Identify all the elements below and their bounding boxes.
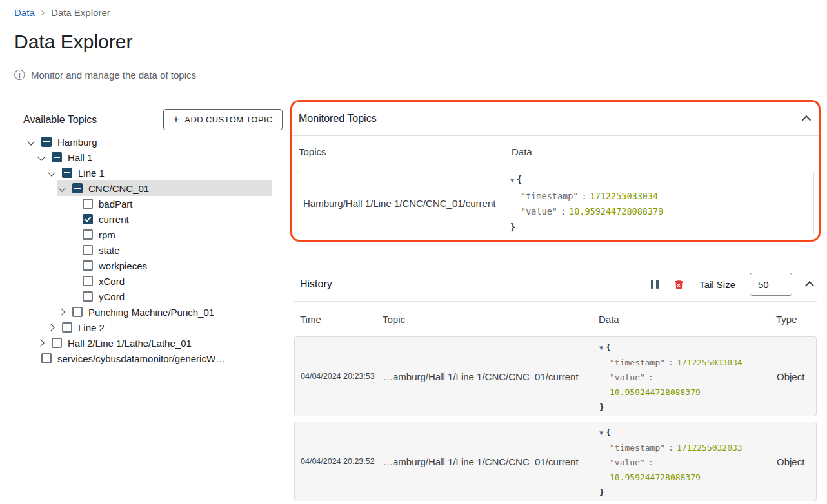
tree-item-services-cybusdatamonitor[interactable]: services/cybusdatamonitor/genericW… (26, 351, 272, 366)
tree-item-rpm[interactable]: rpm (67, 227, 272, 242)
json-key: "timestamp" (610, 443, 665, 452)
json-value: 10.959244728088379 (569, 206, 663, 217)
checkbox-indeterminate[interactable] (62, 168, 72, 178)
tree-item-badpart[interactable]: badPart (67, 196, 272, 211)
tree-item-line-2[interactable]: Line 2 (46, 320, 272, 335)
chevron-right-icon[interactable] (57, 307, 67, 317)
chevron-right-icon[interactable] (46, 322, 57, 333)
checkbox-checked[interactable] (83, 214, 93, 224)
tree-label: Hamburg (57, 137, 97, 148)
json-viewer: ▼{ "timestamp":1712255032033 "value":10.… (599, 422, 777, 499)
history-data: ▼{ "timestamp":1712255032033 "value":10.… (599, 422, 777, 499)
checkbox-unchecked[interactable] (41, 353, 52, 363)
checkbox-unchecked[interactable] (83, 229, 93, 240)
column-header-data: Data (512, 146, 819, 157)
checkbox-unchecked[interactable] (72, 307, 83, 317)
history-controls: Tail Size (651, 273, 813, 296)
checkbox-indeterminate[interactable] (52, 152, 62, 162)
checkbox-indeterminate[interactable] (72, 183, 83, 193)
monitored-topic-row: Hamburg/Hall 1/Line 1/CNC/CNC_01/current… (297, 171, 814, 235)
json-close-line: } (510, 219, 813, 235)
json-open-brace: { (606, 427, 611, 437)
collapse-chevron-up-icon[interactable] (802, 115, 811, 124)
tree-item-current[interactable]: current (67, 211, 272, 227)
checkbox-unchecked[interactable] (83, 199, 93, 209)
add-custom-topic-label: ADD CUSTOM TOPIC (184, 115, 272, 124)
tree-item-ycord[interactable]: yCord (67, 289, 272, 304)
chevron-down-icon[interactable] (26, 137, 36, 147)
tree-label: rpm (99, 229, 115, 240)
column-header-type: Type (776, 314, 817, 325)
json-colon: : (668, 443, 673, 452)
json-key: "timestamp" (521, 191, 578, 201)
collapse-triangle-icon[interactable]: ▼ (599, 429, 603, 436)
column-header-time: Time (300, 314, 383, 325)
tree-label: CNC/CNC_01 (88, 183, 149, 194)
history-topic: …amburg/Hall 1/Line 1/CNC/CNC_01/current (383, 371, 599, 382)
plus-icon: + (173, 113, 179, 126)
checkbox-unchecked[interactable] (83, 276, 93, 286)
chevron-down-icon[interactable] (57, 183, 67, 193)
history-data: ▼{ "timestamp":1712255033034 "value":10.… (599, 337, 777, 414)
add-custom-topic-button[interactable]: + ADD CUSTOM TOPIC (163, 109, 283, 130)
tree-item-hall-2-lathe-01[interactable]: Hall 2/Line 1/Lathe/Lathe_01 (36, 335, 272, 351)
chevron-spacer (26, 353, 36, 363)
tree-label: Line 1 (78, 168, 105, 179)
annotation-highlight-monitored-topics: Monitored Topics Topics Data Hamburg/Hal… (290, 100, 821, 242)
json-entry: "value":10.959244728088379 (599, 455, 777, 485)
history-row: 04/04/2024 20:23:53 …amburg/Hall 1/Line … (294, 336, 817, 416)
tree-label: Hall 2/Line 1/Lathe/Lathe_01 (68, 338, 192, 349)
history-time: 04/04/2024 20:23:52 (301, 457, 383, 466)
history-header: History Tail Size (294, 267, 817, 301)
checkbox-unchecked[interactable] (52, 338, 62, 348)
json-key: "value" (610, 373, 645, 382)
column-header-data: Data (599, 314, 776, 325)
json-open-line: ▼{ (510, 171, 813, 188)
breadcrumb-data-link[interactable]: Data (14, 7, 35, 18)
chevron-spacer (67, 214, 77, 224)
checkbox-unchecked[interactable] (62, 322, 72, 333)
tree-item-punching-machine-punch-01[interactable]: Punching Machine/Punch_01 (57, 304, 272, 320)
json-value: 1712255033034 (590, 191, 659, 201)
chevron-spacer (67, 276, 77, 286)
column-header-topic: Topic (383, 314, 599, 325)
json-value: 10.959244728088379 (610, 385, 777, 400)
tree-item-xcord[interactable]: xCord (67, 273, 272, 289)
tree-item-cnc-cnc-01[interactable]: CNC/CNC_01 (57, 180, 272, 196)
tree-item-hall-1[interactable]: Hall 1 (36, 150, 272, 165)
json-key: "value" (521, 206, 557, 217)
trash-icon[interactable] (673, 278, 685, 291)
tree-item-state[interactable]: state (67, 242, 272, 258)
json-open-line: ▼{ (599, 340, 777, 355)
tree-label: Punching Machine/Punch_01 (88, 307, 214, 318)
collapse-chevron-up-icon[interactable] (805, 281, 814, 290)
json-entry: "timestamp":1712255033034 (510, 188, 813, 204)
tree-label: Line 2 (78, 322, 105, 333)
info-icon: ⓘ (14, 70, 25, 81)
chevron-spacer (67, 229, 77, 240)
monitored-topics-header: Monitored Topics (292, 102, 819, 135)
page-subtitle: ⓘ Monitor and manage the data of topics (14, 70, 196, 81)
history-type: Object (777, 371, 816, 382)
monitored-topics-title: Monitored Topics (299, 113, 803, 124)
chevron-right-icon[interactable] (36, 338, 46, 348)
pause-icon[interactable] (651, 280, 659, 289)
collapse-triangle-icon[interactable]: ▼ (599, 344, 603, 351)
json-close-line: } (599, 400, 777, 414)
tree-item-hamburg[interactable]: Hamburg (26, 134, 272, 150)
checkbox-unchecked[interactable] (83, 291, 93, 302)
json-colon: : (561, 206, 566, 217)
json-close-line: } (599, 485, 777, 499)
breadcrumb-current: Data Explorer (51, 7, 110, 18)
tail-size-input[interactable] (750, 273, 792, 296)
tree-item-line-1[interactable]: Line 1 (46, 165, 272, 180)
tree-item-workpieces[interactable]: workpieces (67, 258, 272, 273)
chevron-spacer (67, 260, 77, 271)
collapse-triangle-icon[interactable]: ▼ (510, 177, 514, 184)
chevron-down-icon[interactable] (36, 152, 46, 162)
checkbox-unchecked[interactable] (83, 245, 93, 255)
checkbox-indeterminate[interactable] (41, 137, 52, 147)
chevron-down-icon[interactable] (46, 168, 57, 178)
checkbox-unchecked[interactable] (83, 260, 93, 271)
json-open-line: ▼{ (599, 425, 777, 440)
